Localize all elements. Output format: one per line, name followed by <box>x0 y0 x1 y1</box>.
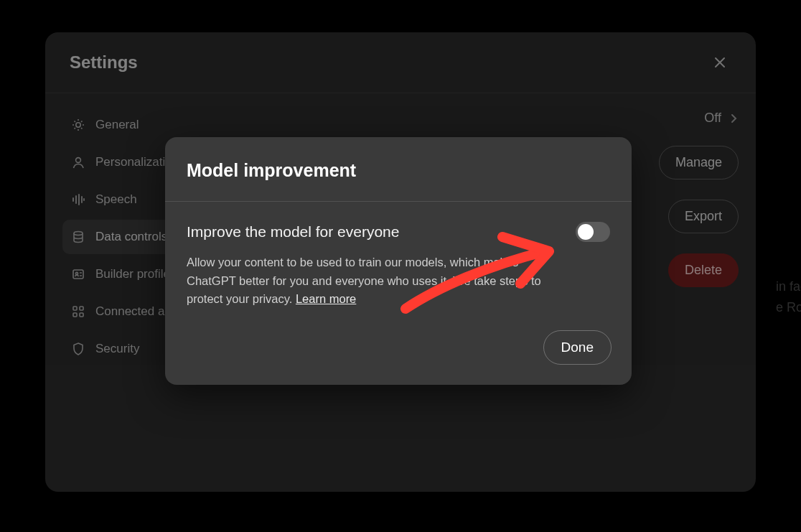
close-button[interactable] <box>708 51 731 74</box>
improve-description-text: Allow your content to be used to train o… <box>187 256 541 305</box>
modal-title: Model improvement <box>187 160 610 181</box>
toggle-knob <box>578 224 594 240</box>
svg-rect-6 <box>80 307 83 310</box>
modal-footer: Done <box>165 322 632 385</box>
off-value: Off <box>704 111 721 126</box>
database-icon <box>71 230 85 244</box>
svg-point-0 <box>76 123 80 127</box>
person-icon <box>71 155 85 169</box>
improve-description: Allow your content to be used to train o… <box>187 253 560 309</box>
done-button[interactable]: Done <box>543 330 612 365</box>
gear-icon <box>71 118 85 132</box>
shield-icon <box>71 342 85 356</box>
modal-header: Model improvement <box>165 137 632 202</box>
delete-button[interactable]: Delete <box>668 253 739 287</box>
sidebar-item-label: General <box>95 118 139 132</box>
sidebar-item-label: Builder profile <box>95 267 170 281</box>
manage-button[interactable]: Manage <box>659 146 739 179</box>
model-improvement-modal: Model improvement Improve the model for … <box>165 137 632 385</box>
svg-rect-8 <box>80 313 83 317</box>
background-page-text: in fact e Rom <box>776 276 801 318</box>
settings-header: Settings <box>45 32 756 93</box>
sidebar-item-label: Security <box>95 342 139 356</box>
id-card-icon <box>71 267 85 281</box>
svg-rect-7 <box>73 313 77 317</box>
sidebar-item-label: Data controls <box>95 230 167 244</box>
svg-point-4 <box>75 272 78 274</box>
improve-toggle-label: Improve the model for everyone <box>187 223 399 241</box>
svg-rect-5 <box>73 307 77 310</box>
settings-title: Settings <box>70 52 138 73</box>
svg-point-1 <box>76 158 81 163</box>
svg-point-2 <box>74 232 83 235</box>
waveform-icon <box>71 192 85 207</box>
sidebar-item-label: Speech <box>95 192 137 207</box>
export-button[interactable]: Export <box>668 200 739 233</box>
close-icon <box>713 56 726 69</box>
learn-more-link[interactable]: Learn more <box>296 292 356 305</box>
improve-toggle-row: Improve the model for everyone <box>187 222 610 242</box>
improve-toggle[interactable] <box>576 222 610 242</box>
grid-icon <box>71 304 85 319</box>
off-row[interactable]: Off <box>704 111 739 126</box>
chevron-right-icon <box>729 113 739 123</box>
modal-body: Improve the model for everyone Allow you… <box>165 202 632 322</box>
